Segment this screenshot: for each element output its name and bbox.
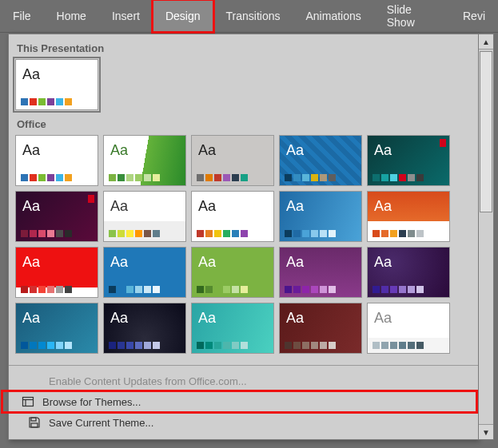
theme-swatches [21,286,72,293]
tab-design[interactable]: Design [153,0,213,32]
theme-swatches [197,286,248,293]
themes-scroll-area: This Presentation Aa Office AaAaAaAaAaAa… [9,34,478,365]
theme-swatches [197,342,248,349]
tab-transitions[interactable]: Transitions [213,0,293,32]
theme-swatches [285,342,336,349]
theme-swatches [109,230,160,237]
theme-swatches [21,174,72,181]
theme-swatches [373,342,424,349]
svg-rect-4 [31,423,38,427]
theme-thumb[interactable]: Aa [191,135,274,186]
theme-thumb[interactable]: Aa [191,191,274,242]
menu-label: Save Current Theme... [49,417,153,429]
themes-scrollbar[interactable]: ▲ ▼ [478,34,494,440]
theme-swatches [21,230,72,237]
theme-thumb[interactable]: Aa [367,247,450,298]
svg-rect-0 [23,398,34,406]
theme-swatches [197,230,248,237]
section-this-presentation: This Presentation [17,42,473,54]
browse-themes-icon [22,395,34,408]
section-office: Office [17,118,473,130]
theme-swatches [285,174,336,181]
ribbon-tabs: File Home Insert Design Transitions Anim… [0,0,498,33]
theme-thumb[interactable]: Aa [15,191,98,242]
menu-enable-updates: Enable Content Updates from Office.com..… [9,371,478,391]
tab-insert[interactable]: Insert [99,0,153,32]
theme-thumb[interactable]: Aa [15,135,98,186]
tab-file[interactable]: File [0,0,44,32]
theme-thumb[interactable]: Aa [279,191,362,242]
theme-swatches [285,286,336,293]
scroll-track[interactable] [479,50,493,424]
menu-save-theme[interactable]: Save Current Theme... [9,412,478,433]
scroll-thumb[interactable] [480,51,492,212]
svg-rect-3 [31,418,36,421]
theme-thumb[interactable]: Aa [191,303,274,354]
theme-thumb[interactable]: Aa [15,247,98,298]
theme-swatches [285,230,336,237]
tab-review[interactable]: Revi [450,0,498,32]
theme-thumb[interactable]: Aa [103,303,186,354]
theme-swatches [373,230,424,237]
themes-footer: Enable Content Updates from Office.com..… [9,365,478,439]
tab-animations[interactable]: Animations [293,0,373,32]
theme-thumb[interactable]: Aa [103,191,186,242]
scroll-down-button[interactable]: ▼ [479,424,493,439]
theme-thumb[interactable]: Aa [103,135,186,186]
save-theme-icon [28,416,41,429]
tab-home[interactable]: Home [44,0,99,32]
theme-swatches [109,286,160,293]
theme-swatches [109,342,160,349]
theme-thumb[interactable]: Aa [279,247,362,298]
gallery-office: AaAaAaAaAaAaAaAaAaAaAaAaAaAaAaAaAaAaAaAa [15,135,473,354]
theme-thumb-current[interactable]: Aa [15,59,98,110]
gallery-this-presentation: Aa [15,59,473,110]
tab-slideshow[interactable]: Slide Show [374,0,450,32]
theme-swatches [373,174,424,181]
theme-swatches [21,342,72,349]
theme-thumb[interactable]: Aa [279,135,362,186]
theme-thumb[interactable]: Aa [279,303,362,354]
theme-thumb[interactable]: Aa [367,135,450,186]
theme-thumb[interactable]: Aa [103,247,186,298]
themes-dropdown: This Presentation Aa Office AaAaAaAaAaAa… [8,34,494,440]
menu-label: Browse for Themes... [42,396,141,408]
theme-thumb[interactable]: Aa [367,191,450,242]
themes-panel: This Presentation Aa Office AaAaAaAaAaAa… [8,34,478,440]
theme-swatches [21,98,72,105]
theme-swatches [109,174,160,181]
theme-swatches [373,286,424,293]
theme-thumb[interactable]: Aa [191,247,274,298]
theme-swatches [197,174,248,181]
menu-browse-themes[interactable]: Browse for Themes... [2,391,476,412]
theme-thumb[interactable]: Aa [15,303,98,354]
theme-thumb[interactable]: Aa [367,303,450,354]
blank-icon [28,375,41,387]
menu-label: Enable Content Updates from Office.com..… [49,375,247,387]
scroll-up-button[interactable]: ▲ [479,34,493,50]
